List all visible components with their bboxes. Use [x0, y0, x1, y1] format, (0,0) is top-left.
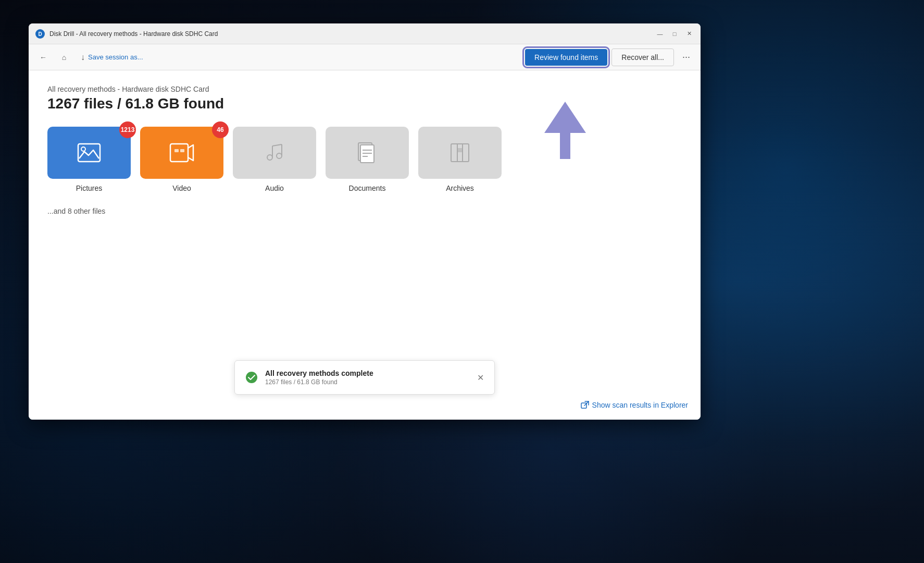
svg-point-7	[267, 155, 272, 160]
other-files-text: ...and 8 other files	[47, 207, 682, 215]
pictures-label: Pictures	[76, 184, 103, 192]
audio-label: Audio	[265, 184, 284, 192]
documents-icon	[353, 139, 381, 167]
more-options-button[interactable]: ···	[678, 50, 694, 65]
file-types-grid: 1213 Pictures 46	[47, 127, 682, 192]
svg-point-23	[246, 372, 257, 383]
pictures-badge: 1213	[119, 121, 136, 138]
audio-icon-bg	[233, 127, 316, 179]
scan-subtitle: All recovery methods - Hardware disk SDH…	[47, 85, 682, 93]
documents-label: Documents	[349, 184, 386, 192]
title-bar: D Disk Drill - All recovery methods - Ha…	[29, 23, 701, 44]
video-badge: 46	[212, 121, 229, 138]
pictures-icon-bg: 1213	[47, 127, 131, 179]
show-scan-label: Show scan results in Explorer	[592, 401, 688, 409]
toast-subtitle: 1267 files / 61.8 GB found	[265, 378, 470, 386]
svg-rect-2	[78, 144, 100, 162]
maximize-button[interactable]: □	[669, 29, 680, 39]
show-scan-results-link[interactable]: Show scan results in Explorer	[581, 401, 688, 409]
toast-content: All recovery methods complete 1267 files…	[265, 369, 470, 386]
scan-title: 1267 files / 61.8 GB found	[47, 95, 682, 112]
review-found-items-button[interactable]: Review found items	[525, 49, 607, 66]
video-card[interactable]: 46 Video	[140, 127, 223, 192]
svg-rect-20	[457, 148, 463, 152]
toast-notification: All recovery methods complete 1267 files…	[234, 360, 495, 395]
archives-card[interactable]: Archives	[418, 127, 502, 192]
svg-point-8	[277, 153, 282, 158]
toast-title: All recovery methods complete	[265, 369, 470, 377]
svg-point-3	[81, 147, 85, 151]
svg-text:D: D	[38, 31, 42, 37]
recover-all-button[interactable]: Recover all...	[611, 48, 674, 66]
window-controls: — □ ✕	[655, 29, 694, 39]
home-button[interactable]: ⌂	[56, 49, 72, 66]
external-link-icon	[581, 401, 589, 409]
svg-rect-6	[180, 149, 184, 152]
video-icon-bg: 46	[140, 127, 223, 179]
archives-label: Archives	[446, 184, 474, 192]
audio-icon	[260, 139, 289, 167]
save-label: Save session as...	[88, 53, 143, 61]
documents-icon-bg	[326, 127, 409, 179]
audio-card[interactable]: Audio	[233, 127, 316, 192]
svg-rect-4	[170, 144, 188, 162]
toast-close-button[interactable]: ✕	[477, 373, 484, 383]
archives-icon	[446, 139, 474, 167]
documents-card[interactable]: Documents	[326, 127, 409, 192]
success-icon	[245, 371, 258, 384]
video-icon	[168, 139, 196, 167]
save-session-button[interactable]: ↓ Save session as...	[77, 51, 147, 64]
close-button[interactable]: ✕	[684, 29, 694, 39]
app-icon: D	[35, 29, 45, 39]
archives-icon-bg	[418, 127, 502, 179]
minimize-button[interactable]: —	[655, 29, 665, 39]
svg-rect-17	[451, 144, 469, 162]
app-window: D Disk Drill - All recovery methods - Ha…	[29, 23, 701, 420]
pictures-icon	[75, 139, 103, 167]
svg-line-11	[272, 144, 282, 146]
video-label: Video	[172, 184, 191, 192]
toolbar: ← ⌂ ↓ Save session as... Review found it…	[29, 44, 701, 70]
save-icon: ↓	[81, 53, 85, 62]
svg-rect-5	[174, 149, 179, 152]
window-title: Disk Drill - All recovery methods - Hard…	[49, 30, 655, 38]
content-area: All recovery methods - Hardware disk SDH…	[29, 70, 701, 420]
back-button[interactable]: ←	[35, 49, 52, 66]
pictures-card[interactable]: 1213 Pictures	[47, 127, 131, 192]
